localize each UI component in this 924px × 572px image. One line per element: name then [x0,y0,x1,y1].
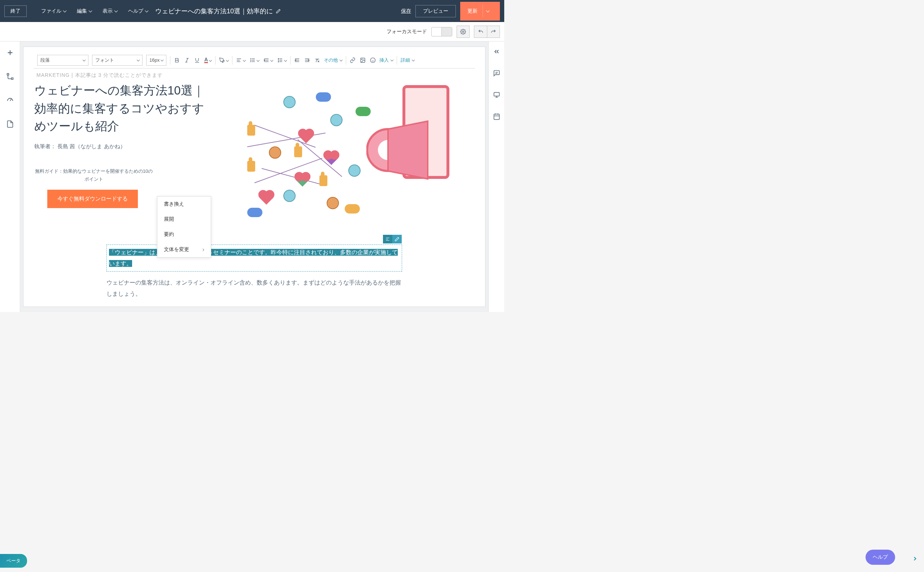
page-canvas[interactable]: MARKETING | 本記事は 3 分で読むことができます ウェビナーへの集客… [23,47,485,306]
emoji-icon[interactable] [370,58,376,63]
insert-dropdown[interactable]: 挿入 [379,57,393,64]
undo-icon [478,29,484,35]
text-color-button[interactable]: A [204,57,212,64]
editor-toolbar: 段落 フォント 16px A [34,52,475,68]
gauge-icon[interactable] [6,96,14,104]
body-text-block[interactable]: 「ウェビナー」は、オンライン上で行うセミナーのことです。昨今特に注目されており、… [106,244,402,299]
author-line: 執筆者： 長島 茜（ながしま あかね） [34,143,211,150]
block-action-icons [383,235,402,244]
menu-view[interactable]: 表示 [103,8,117,14]
network-graphic [226,81,449,226]
menu-help[interactable]: ヘルプ [128,8,148,14]
page-icon[interactable] [6,120,14,128]
ctx-summarize[interactable]: 要約 [157,227,211,242]
menu-edit[interactable]: 編集 [77,8,92,14]
separator [290,56,291,65]
font-size-select[interactable]: 16px [146,55,167,66]
focus-mode-toggle[interactable] [431,27,452,36]
right-rail [488,42,504,312]
outdent-icon[interactable] [294,58,300,63]
ctx-change-style[interactable]: 文体を変更 [157,242,211,257]
align-button[interactable] [236,57,245,64]
save-link[interactable]: 保存 [401,8,411,14]
indent-button[interactable] [263,57,273,64]
separator [232,56,232,65]
separator [346,56,346,65]
svg-rect-42 [494,114,499,120]
update-dropdown[interactable] [483,5,493,17]
chevron-down-icon [226,57,229,64]
guide-label: 無料ガイド：効果的なウェビナーを開催するための10のポイント [34,167,153,183]
redo-icon [491,29,496,35]
italic-icon[interactable] [184,58,190,63]
ai-text-icon[interactable] [383,235,392,244]
chevron-down-icon [89,8,92,14]
bold-icon[interactable] [174,58,180,63]
selected-text[interactable]: 「ウェビナー」は、オンライン上で行うセミナーのことです。昨今特に注目されており、… [109,249,398,267]
undo-button[interactable] [474,26,487,38]
chevron-down-icon [411,58,414,63]
editor-wrap: 段落 フォント 16px A [23,47,485,307]
svg-point-13 [251,58,251,59]
ctx-expand-label: 展開 [164,216,174,222]
chevron-down-icon [209,57,212,64]
body-paragraph[interactable]: ウェビナーの集客方法は、オンライン・オフライン含め、数多くあります。まずはどのよ… [106,277,402,299]
image-icon[interactable] [360,58,366,63]
marker-icon [219,58,225,63]
undo-redo-group [474,26,500,38]
menu-edit-label: 編集 [77,8,87,14]
indent-right-icon[interactable] [304,58,310,63]
other-dropdown[interactable]: その他 [324,57,342,64]
ctx-expand[interactable]: 展開 [157,212,211,227]
list-icon [250,58,256,63]
separator [215,56,215,65]
font-select[interactable]: フォント [92,55,143,66]
chevron-down-icon [486,8,489,14]
calendar-icon[interactable] [493,113,500,120]
preview-button[interactable]: プレビュー [415,5,456,17]
settings-button[interactable] [457,26,470,38]
add-icon[interactable] [6,49,14,57]
device-preview-icon[interactable] [493,91,500,98]
redo-button[interactable] [487,26,500,38]
highlight-button[interactable] [219,57,229,64]
link-icon[interactable] [350,58,355,63]
document-title[interactable]: ウェビナーへの集客方法10選｜効率的に [155,7,281,16]
chevron-down-icon [82,58,85,63]
chevron-down-icon [256,57,259,64]
download-button[interactable]: 今すぐ無料ダウンロードする [47,190,138,208]
context-menu: 書き換え 展開 要約 文体を変更 [157,196,211,258]
svg-point-14 [251,60,251,60]
exit-button[interactable]: 終了 [4,5,27,17]
svg-rect-1 [7,73,9,75]
line-height-button[interactable] [277,57,287,64]
article-title: ウェビナーへの集客方法10選｜効率的に集客するコツやおすすめツールも紹介 [34,81,211,135]
clear-format-icon[interactable] [315,58,320,63]
hero-illustration [226,81,449,226]
chevron-down-icon [270,57,273,64]
ctx-change-style-label: 文体を変更 [164,246,189,253]
topbar-right: 保存 プレビュー 更新 [401,2,500,20]
svg-point-15 [251,61,251,62]
tree-icon[interactable] [6,73,14,81]
detail-label: 詳細 [400,57,410,64]
chevron-down-icon [115,8,117,14]
paragraph-style-select[interactable]: 段落 [37,55,89,66]
underline-icon[interactable] [194,58,200,63]
svg-point-32 [370,58,375,62]
update-button[interactable]: 更新 [460,2,500,20]
edit-block-icon[interactable] [392,235,402,244]
collapse-icon[interactable] [493,48,500,55]
chevron-down-icon [390,58,393,63]
svg-point-31 [361,59,362,59]
comment-icon[interactable] [493,70,500,77]
main-layout: 段落 フォント 16px A [0,42,504,312]
list-button[interactable] [250,57,259,64]
ctx-rewrite[interactable]: 書き換え [157,197,211,212]
chevron-down-icon [284,57,287,64]
menu-file[interactable]: ファイル [41,8,66,14]
insert-label: 挿入 [379,57,389,64]
menu-bar: ファイル 編集 表示 ヘルプ [41,8,148,14]
content-area: 段落 フォント 16px A [20,42,488,312]
detail-dropdown[interactable]: 詳細 [400,57,414,64]
